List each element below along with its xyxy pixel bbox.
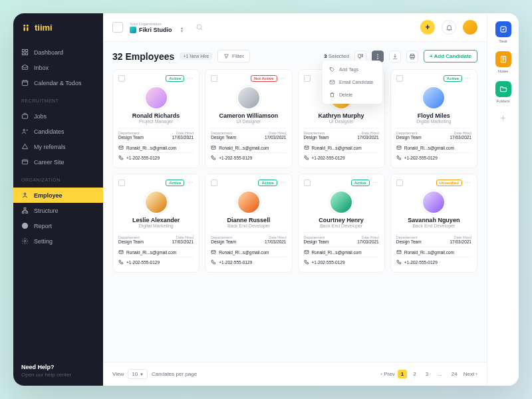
employee-card[interactable]: Active⋯ Leslie Alexander Digital Marketi… xyxy=(112,174,200,273)
employee-card[interactable]: Active⋯ Ronald Richards Project Manager … xyxy=(112,69,200,168)
nav-inbox[interactable]: Inbox xyxy=(13,60,103,75)
prev-page[interactable]: ‹ Prev xyxy=(380,371,394,377)
employee-name: Dianne Russell xyxy=(211,217,286,223)
download-button[interactable] xyxy=(389,51,401,63)
card-checkbox[interactable] xyxy=(396,180,403,186)
svg-rect-11 xyxy=(22,160,27,164)
phone-icon xyxy=(304,259,309,265)
mail-icon xyxy=(118,249,124,255)
mail-icon xyxy=(211,249,216,255)
employee-card[interactable]: Active⋯ Floyd Miles Digital Marketing De… xyxy=(390,69,477,168)
card-checkbox[interactable] xyxy=(304,75,311,82)
add-candidate-button[interactable]: + Add Candidate xyxy=(424,50,477,63)
org-selector[interactable]: Your Organization Fikri Studio▲▼ xyxy=(130,22,184,33)
page-header: 32 Employees +1 New Hire Filter 3 Select… xyxy=(112,50,477,63)
nav-section-recruitment: RECRUITMENT xyxy=(13,93,103,106)
print-button[interactable] xyxy=(406,51,418,63)
employee-name: Courtney Henry xyxy=(304,217,379,223)
help-box[interactable]: Need Help? Open our help center xyxy=(13,356,103,386)
employee-name: Leslie Alexander xyxy=(118,217,194,223)
page-2[interactable]: 2 xyxy=(410,370,419,378)
nav-report[interactable]: Report xyxy=(13,218,103,233)
per-page-select[interactable]: 10 ▼ xyxy=(128,369,148,379)
employee-phone: +1-202-555-0129 xyxy=(211,257,286,267)
card-menu[interactable]: ⋯ xyxy=(187,75,194,82)
card-checkbox[interactable] xyxy=(211,75,217,82)
chevron-updown-icon: ▲▼ xyxy=(180,27,184,33)
card-menu[interactable]: ⋯ xyxy=(187,180,194,186)
phone-icon xyxy=(118,155,124,160)
next-page[interactable]: Next › xyxy=(464,371,477,377)
employee-role: Digital Marketing xyxy=(396,119,471,124)
card-checkbox[interactable] xyxy=(118,180,125,186)
nav-setting[interactable]: Setting xyxy=(13,233,103,249)
rail-notes[interactable]: Notes xyxy=(495,51,511,73)
user-avatar[interactable] xyxy=(463,20,477,35)
page-1[interactable]: 1 xyxy=(398,370,407,378)
search-icon xyxy=(196,23,203,31)
card-checkbox[interactable] xyxy=(304,180,311,186)
card-menu[interactable]: ⋯ xyxy=(372,180,379,186)
employee-card[interactable]: Not Active⋯ Cameron Williamson UI Design… xyxy=(205,69,292,168)
rail-task[interactable]: Task xyxy=(495,21,511,43)
nav-calendar[interactable]: Calendar & Todos xyxy=(13,75,103,90)
rail-folders[interactable]: Folders xyxy=(495,81,511,103)
svg-point-17 xyxy=(197,25,201,29)
nav-structure[interactable]: Structure xyxy=(13,203,103,218)
page-3[interactable]: 3 xyxy=(422,370,432,378)
mail-icon xyxy=(211,145,216,150)
employee-name: Savannah Nguyen xyxy=(396,217,471,223)
nav-referrals[interactable]: My referrals xyxy=(13,139,103,154)
card-menu[interactable]: ⋯ xyxy=(465,180,471,186)
nav-dashboard[interactable]: Dashboard xyxy=(13,45,103,60)
card-checkbox[interactable] xyxy=(211,180,217,186)
employee-phone: +1-202-555-0129 xyxy=(211,152,286,162)
employee-email: Ronald_Ri...s@gmail.com xyxy=(211,247,286,257)
org-icon xyxy=(130,27,136,33)
employee-email: Ronald_Ri...s@gmail.com xyxy=(118,247,194,257)
employee-avatar xyxy=(237,190,261,214)
dropdown-delete[interactable]: Delete xyxy=(323,88,382,101)
nav-jobs[interactable]: Jobs xyxy=(13,108,103,124)
card-menu[interactable]: ⋯ xyxy=(465,75,471,82)
svg-rect-6 xyxy=(22,53,24,55)
svg-rect-7 xyxy=(25,53,27,55)
rail-add[interactable]: + xyxy=(497,111,510,124)
employee-role: Back End Developer xyxy=(211,223,286,228)
search-input[interactable] xyxy=(190,23,414,31)
mail-icon xyxy=(396,145,402,150)
card-checkbox[interactable] xyxy=(396,75,403,82)
employee-email: Ronald_Ri...s@gmail.com xyxy=(304,142,379,152)
card-menu[interactable]: ⋯ xyxy=(280,180,287,186)
status-badge: Active xyxy=(166,75,184,82)
phone-icon xyxy=(211,259,216,265)
card-menu[interactable]: ⋯ xyxy=(280,75,287,82)
employee-grid: Active⋯ Ronald Richards Project Manager … xyxy=(112,69,477,273)
status-badge: Active xyxy=(351,180,370,186)
dropdown-add-tags[interactable]: Add Tags xyxy=(323,63,382,76)
employee-card[interactable]: Unverified⋯ Savannah Nguyen Back End Dev… xyxy=(390,174,477,273)
notifications-button[interactable] xyxy=(442,20,456,35)
dots-vertical-icon xyxy=(374,53,381,60)
svg-rect-2 xyxy=(24,27,25,31)
page-last[interactable]: 24 xyxy=(448,370,461,378)
nav-career-site[interactable]: Career Site xyxy=(13,154,103,170)
svg-point-24 xyxy=(331,68,331,69)
add-button[interactable]: + xyxy=(420,20,435,35)
topbar: Your Organization Fikri Studio▲▼ + xyxy=(103,13,487,42)
employee-card[interactable]: Active⋯ Courtney Henry Back End Develope… xyxy=(298,174,385,273)
card-checkbox[interactable] xyxy=(118,75,125,82)
employee-email: Ronald_Ri...s@gmail.com xyxy=(118,142,194,152)
sidebar: tiimi Dashboard Inbox Calendar & Todos R… xyxy=(13,13,103,386)
employee-name: Floyd Miles xyxy=(396,112,471,119)
logo[interactable]: tiimi xyxy=(13,13,103,42)
filter-button[interactable]: Filter xyxy=(217,50,250,63)
employee-phone: +1-202-555-0129 xyxy=(304,152,379,162)
nav-employee[interactable]: Employee xyxy=(13,188,103,203)
sidebar-toggle[interactable] xyxy=(112,22,123,33)
dropdown-email[interactable]: Email Candidate xyxy=(323,76,382,88)
selected-count: 3 Selected xyxy=(324,53,349,59)
employee-card[interactable]: Active⋯ Dianne Russell Back End Develope… xyxy=(205,174,292,273)
nav-candidates[interactable]: Candidates xyxy=(13,124,103,139)
employee-avatar xyxy=(144,190,168,214)
